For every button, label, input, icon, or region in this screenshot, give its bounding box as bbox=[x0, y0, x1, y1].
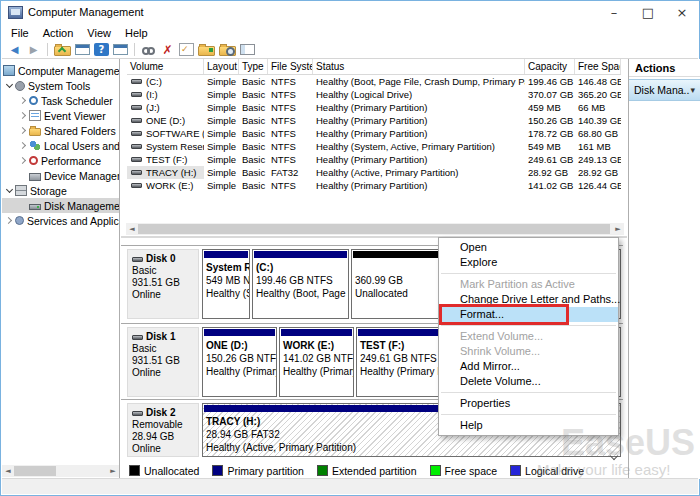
volume-cell-volume: SOFTWARE (G:) bbox=[127, 127, 204, 140]
actions-disk-management-item[interactable]: Disk Mana... ▾ bbox=[629, 79, 700, 101]
partition-one-d[interactable]: ONE (D:)150.26 GB NTFSHealthy (Primary P bbox=[202, 327, 277, 397]
properties-check-icon[interactable] bbox=[179, 43, 194, 56]
scroll-right-icon[interactable]: ► bbox=[107, 465, 119, 477]
tree-item-local-users-and-gr[interactable]: Local Users and Gr bbox=[2, 138, 119, 153]
expander-icon[interactable] bbox=[4, 187, 15, 194]
settings-pane-icon[interactable] bbox=[240, 44, 255, 55]
volume-row-c[interactable]: (C:)SimpleBasicNTFSHealthy (Boot, Page F… bbox=[127, 75, 621, 88]
scroll-right-icon[interactable]: ► bbox=[612, 223, 624, 235]
disk-header-disk-0[interactable]: Disk 0Basic931.51 GBOnline bbox=[127, 249, 199, 319]
tree-horizontal-scrollbar[interactable]: ◄ ► bbox=[2, 465, 119, 477]
minimize-button[interactable]: – bbox=[597, 1, 631, 23]
disk-state: Online bbox=[132, 367, 198, 379]
volume-row-one-d[interactable]: ONE (D:)SimpleBasicNTFSHealthy (Primary … bbox=[127, 114, 621, 127]
cell-text: SOFTWARE (G:) bbox=[146, 127, 204, 140]
expander-icon[interactable] bbox=[18, 158, 29, 163]
drive-icon bbox=[131, 157, 142, 162]
menu-item-open[interactable]: Open bbox=[439, 240, 618, 255]
inspect-icon[interactable] bbox=[141, 45, 156, 55]
close-button[interactable]: × bbox=[665, 1, 699, 23]
disk-icon bbox=[132, 411, 143, 416]
find-folder-icon[interactable] bbox=[219, 46, 236, 56]
tree-item-shared-folders[interactable]: Shared Folders bbox=[2, 123, 119, 138]
scroll-left-icon[interactable]: ◄ bbox=[2, 465, 14, 477]
cell-text: Basic bbox=[242, 179, 265, 192]
column-header-status[interactable]: Status bbox=[313, 59, 525, 74]
expander-icon[interactable] bbox=[18, 98, 29, 103]
maximize-button[interactable]: □ bbox=[631, 1, 665, 23]
expander-icon[interactable] bbox=[4, 82, 15, 89]
volume-row-i[interactable]: (I:)SimpleBasicNTFSHealthy (Logical Driv… bbox=[127, 88, 621, 101]
column-header-capacity[interactable]: Capacity bbox=[525, 59, 575, 74]
up-one-level-icon[interactable] bbox=[54, 46, 71, 56]
expander-icon[interactable] bbox=[18, 113, 29, 118]
menu-help[interactable]: Help bbox=[118, 26, 155, 40]
column-header-volume[interactable]: Volume bbox=[127, 59, 204, 74]
menu-file[interactable]: File bbox=[4, 26, 36, 40]
partition-c[interactable]: (C:)199.46 GB NTFSHealthy (Boot, Page Fi… bbox=[252, 249, 349, 319]
cell-text: (C:) bbox=[146, 75, 162, 88]
menu-item-help[interactable]: Help bbox=[439, 418, 618, 433]
tree-item-task-scheduler[interactable]: Task Scheduler bbox=[2, 93, 119, 108]
drive-icon bbox=[131, 144, 142, 149]
tree-item-label: Computer Management ( bbox=[18, 65, 119, 77]
legend-logical-drive: Logical drive bbox=[510, 465, 584, 477]
partition-type-bar bbox=[204, 251, 248, 258]
tree-item-storage[interactable]: Storage bbox=[2, 183, 119, 198]
open-folder-icon[interactable] bbox=[198, 46, 215, 56]
volume-row-system-reserved[interactable]: System ReservedSimpleBasicNTFSHealthy (S… bbox=[127, 140, 621, 153]
volume-row-test-f[interactable]: TEST (F:)SimpleBasicNTFSHealthy (Primary… bbox=[127, 153, 621, 166]
expander-icon[interactable] bbox=[18, 143, 29, 148]
cell-text: 150.26 GB bbox=[528, 114, 573, 127]
menu-item-properties[interactable]: Properties bbox=[439, 396, 618, 411]
volume-cell-capacity: 150.26 GB bbox=[525, 114, 575, 127]
cell-text: Basic bbox=[242, 101, 265, 114]
volume-cell-layout: Simple bbox=[204, 140, 239, 153]
show-action-pane-icon[interactable] bbox=[113, 44, 128, 55]
menu-item-delete-volume[interactable]: Delete Volume... bbox=[439, 374, 618, 389]
volume-row-tracy-h[interactable]: TRACY (H:)SimpleBasicFAT32Healthy (Activ… bbox=[127, 166, 621, 179]
menu-action[interactable]: Action bbox=[36, 26, 81, 40]
menu-item-change-drive-letter-and-paths[interactable]: Change Drive Letter and Paths... bbox=[439, 292, 618, 307]
volume-cell-capacity: 178.72 GB bbox=[525, 127, 575, 140]
tree-item-system-tools[interactable]: System Tools bbox=[2, 78, 119, 93]
tree-item-computer-management[interactable]: Computer Management ( bbox=[2, 63, 119, 78]
tree-item-device-manager[interactable]: Device Manager bbox=[2, 168, 119, 183]
menu-item-add-mirror[interactable]: Add Mirror... bbox=[439, 359, 618, 374]
tree-item-event-viewer[interactable]: Event Viewer bbox=[2, 108, 119, 123]
scrollbar-thumb[interactable] bbox=[14, 466, 56, 476]
disk-header-disk-1[interactable]: Disk 1Basic931.51 GBOnline bbox=[127, 327, 199, 397]
back-icon[interactable]: ◀ bbox=[7, 42, 22, 57]
partition-work-e[interactable]: WORK (E:)141.02 GB NTFSHealthy (Primary … bbox=[279, 327, 354, 397]
scrollbar-thumb[interactable] bbox=[138, 224, 610, 234]
tree-item-performance[interactable]: Performance bbox=[2, 153, 119, 168]
menu-item-explore[interactable]: Explore bbox=[439, 255, 618, 270]
column-header-type[interactable]: Type bbox=[239, 59, 268, 74]
expander-icon[interactable] bbox=[18, 128, 29, 133]
menu-view[interactable]: View bbox=[80, 26, 118, 40]
drive-icon bbox=[131, 92, 142, 97]
tree-item-services-and-applicati[interactable]: Services and Applicati bbox=[2, 213, 119, 228]
volume-row-software-g[interactable]: SOFTWARE (G:)SimpleBasicNTFSHealthy (Pri… bbox=[127, 127, 621, 140]
volume-cell-volume: System Reserved bbox=[127, 140, 204, 153]
column-header-free-space[interactable]: Free Space bbox=[575, 59, 621, 74]
volume-row-j[interactable]: (J:)SimpleBasicNTFSHealthy (Primary Part… bbox=[127, 101, 621, 114]
partition-system-re[interactable]: System Re549 MB NTHealthy (S bbox=[202, 249, 250, 319]
volume-cell-layout: Simple bbox=[204, 153, 239, 166]
volume-list-horizontal-scrollbar[interactable]: ◄ ► bbox=[126, 223, 624, 235]
column-header-file-system[interactable]: File System bbox=[268, 59, 313, 74]
tree-item-disk-management[interactable]: Disk Management bbox=[2, 198, 119, 213]
delete-icon[interactable]: ✗ bbox=[160, 42, 175, 57]
help-icon[interactable]: ? bbox=[94, 43, 109, 56]
scroll-down-icon[interactable] bbox=[607, 451, 621, 463]
column-header-layout[interactable]: Layout bbox=[204, 59, 239, 74]
disk-header-disk-2[interactable]: Disk 2Removable28.94 GBOnline bbox=[127, 403, 199, 457]
scroll-left-icon[interactable]: ◄ bbox=[126, 223, 138, 235]
volume-row-work-e[interactable]: WORK (E:)SimpleBasicNTFSHealthy (Primary… bbox=[127, 179, 621, 192]
forward-icon[interactable]: ▶ bbox=[26, 42, 41, 57]
expander-icon[interactable] bbox=[4, 218, 15, 223]
chevron-down-icon[interactable]: ▾ bbox=[690, 85, 695, 95]
menu-item-format[interactable]: Format... bbox=[439, 307, 618, 322]
tree-item-label: Device Manager bbox=[44, 170, 119, 182]
show-console-tree-icon[interactable] bbox=[75, 44, 90, 55]
